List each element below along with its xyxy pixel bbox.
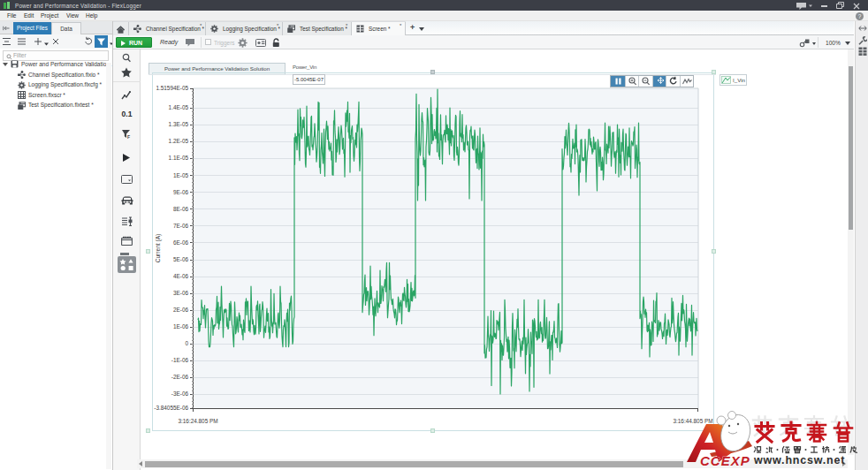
svg-text:1.4E-05: 1.4E-05	[169, 104, 189, 110]
svg-text:1.51594E-05: 1.51594E-05	[156, 85, 188, 91]
svg-text:2E-06: 2E-06	[173, 307, 188, 313]
svg-text:-1E-06: -1E-06	[171, 357, 189, 363]
svg-text:-2E-06: -2E-06	[171, 374, 189, 380]
svg-text:0: 0	[185, 340, 188, 346]
svg-text:Current (A): Current (A)	[155, 234, 162, 263]
svg-text:-3.84055E-06: -3.84055E-06	[154, 405, 188, 411]
svg-text:3:16:44.805 PM: 3:16:44.805 PM	[673, 418, 712, 424]
svg-text:5E-06: 5E-06	[173, 256, 188, 262]
svg-text:7E-06: 7E-06	[173, 223, 188, 229]
svg-text:1.2E-05: 1.2E-05	[169, 138, 189, 144]
svg-text:3:16:24.805 PM: 3:16:24.805 PM	[178, 418, 217, 424]
svg-text:1E-05: 1E-05	[173, 172, 188, 178]
svg-text:-3E-06: -3E-06	[171, 390, 189, 397]
svg-text:9E-06: 9E-06	[173, 189, 188, 195]
svg-text:8E-06: 8E-06	[173, 206, 188, 212]
svg-text:1E-06: 1E-06	[173, 323, 188, 330]
svg-text:1.1E-05: 1.1E-05	[169, 155, 189, 161]
svg-text:4E-06: 4E-06	[173, 273, 188, 279]
svg-text:6E-06: 6E-06	[173, 239, 188, 246]
svg-text:1.3E-05: 1.3E-05	[169, 121, 189, 127]
svg-text:3E-06: 3E-06	[173, 290, 188, 296]
